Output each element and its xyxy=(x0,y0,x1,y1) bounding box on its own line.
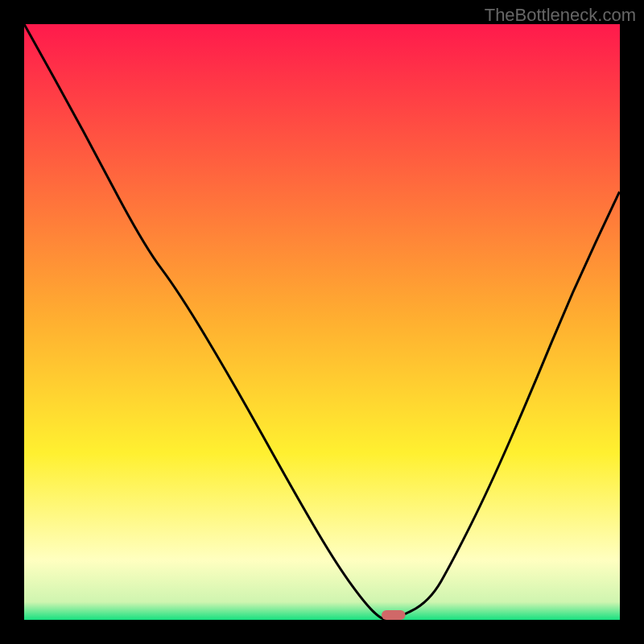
dip-marker xyxy=(382,610,406,620)
gradient-background xyxy=(24,24,620,620)
chart-plot-area xyxy=(24,24,620,620)
watermark-text: TheBottleneck.com xyxy=(485,5,636,26)
chart-svg xyxy=(24,24,620,620)
